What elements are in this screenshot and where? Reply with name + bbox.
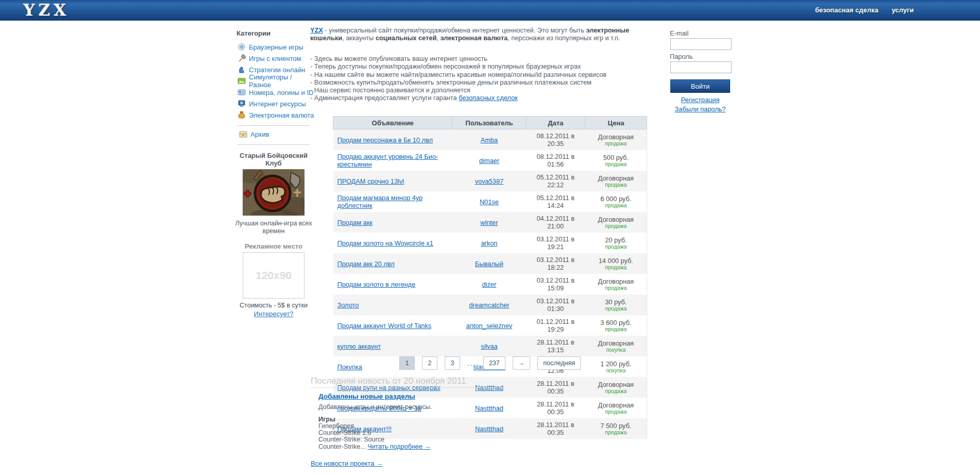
listing-deal-type: продажа bbox=[587, 388, 645, 394]
page-button-3[interactable]: 3 bbox=[445, 356, 460, 370]
email-field[interactable] bbox=[670, 38, 732, 50]
listing-user-link[interactable]: Бывалый bbox=[475, 260, 503, 268]
ad-slot-price: Стоимость - 5$ в сутки bbox=[231, 302, 316, 309]
sidebar-category-link[interactable]: Электронная валюта bbox=[249, 111, 314, 119]
page-button-2[interactable]: 2 bbox=[422, 356, 437, 370]
listing-deal-type: продажа bbox=[587, 305, 645, 312]
client-games-icon bbox=[238, 54, 246, 62]
listing-date: 05.12.2011 в 14:24 bbox=[526, 191, 585, 212]
ad-slot-interested-link[interactable]: Интересует? bbox=[254, 310, 294, 318]
page-button-1[interactable]: 1 bbox=[399, 356, 415, 370]
page-button-far[interactable]: 237 bbox=[483, 356, 505, 370]
sidebar-category-link[interactable]: Интернет ресурсы bbox=[249, 100, 306, 108]
listing-title-link[interactable]: Продам персонажа в Бк 10 лвл bbox=[337, 136, 433, 144]
all-news-link[interactable]: Все новости проекта → bbox=[311, 460, 383, 467]
listing-title-link[interactable]: куплю аккаунт bbox=[337, 342, 381, 350]
listing-title-link[interactable]: Продам акк bbox=[337, 219, 373, 226]
read-more-link[interactable]: Читать подробнее → bbox=[367, 443, 431, 450]
news-games-label: Игры bbox=[318, 416, 335, 423]
listing-date: 03.12.2011 в 15:09 bbox=[526, 274, 585, 295]
listing-deal-type: продажа bbox=[587, 202, 645, 208]
listing-user-link[interactable]: dizer bbox=[482, 281, 497, 288]
nav-services-link[interactable]: услуги bbox=[892, 6, 914, 14]
col-header-title[interactable]: Объявление bbox=[333, 117, 452, 129]
listing-user-link[interactable]: N01se bbox=[480, 198, 499, 206]
listing-title-link[interactable]: Продам аккаунт World of Tanks bbox=[337, 322, 432, 330]
intro-text: , аккаунты bbox=[342, 34, 376, 42]
sidebar-item-archive[interactable]: Архив bbox=[239, 130, 269, 138]
news-divider bbox=[311, 387, 504, 388]
register-link[interactable]: Регистрация bbox=[681, 96, 720, 104]
sidebar-category-link[interactable]: Браузерные игры bbox=[249, 43, 303, 51]
news-item-title-link[interactable]: Добавлены новые разделы bbox=[318, 393, 415, 400]
listing-title-link[interactable]: Продаю аккаунт уровень 24 Био-крестьянин bbox=[337, 153, 438, 168]
feature-line-guarantor: - Администрация предоставляет услуги гар… bbox=[310, 94, 645, 102]
listing-date: 05.12.2011 в 22:12 bbox=[526, 171, 585, 191]
sidebar-category-link[interactable]: Симуляторы / Разное bbox=[249, 73, 315, 89]
listing-row: Продам аккwlnter04.12.2011 в 21:00Догово… bbox=[333, 212, 647, 233]
fist-club-banner[interactable] bbox=[243, 169, 305, 216]
forgot-password-link[interactable]: Забыли пароль? bbox=[675, 105, 726, 113]
intro-paragraph: YZX - универсальный сайт покупки/продажи… bbox=[310, 26, 640, 42]
safe-deals-link[interactable]: безопасных сделок bbox=[459, 94, 517, 102]
categories-list: Браузерные игрыИгры с клиентомСтратегии … bbox=[238, 41, 315, 121]
last-page-button[interactable]: последняя bbox=[537, 356, 581, 370]
listing-row: куплю аккаунтsilvaa28.11.2011 в 13:15Дог… bbox=[333, 336, 647, 356]
col-header-date[interactable]: Дата bbox=[526, 117, 585, 129]
listing-price: Договорная bbox=[587, 402, 645, 408]
listing-user-link[interactable]: Nasttthad bbox=[475, 404, 503, 412]
listing-user-link[interactable]: arkon bbox=[481, 239, 497, 247]
logins-id-icon bbox=[238, 88, 246, 96]
listing-title-link[interactable]: Золото bbox=[337, 301, 359, 309]
header-nav: безопасная сделка услуги bbox=[815, 6, 914, 14]
listing-deal-type: продажа bbox=[587, 326, 645, 332]
listing-title-link[interactable]: Продам магмара минор 4ур доблестник bbox=[337, 194, 423, 209]
browser-games-icon bbox=[238, 43, 246, 51]
listing-price: Договорная bbox=[587, 134, 645, 140]
email-label: E-mail bbox=[670, 29, 688, 37]
listing-date: 03.12.2011 в 18:22 bbox=[526, 253, 585, 274]
ad-slot-box: 120x90 bbox=[243, 252, 305, 299]
nav-safe-deal-link[interactable]: безопасная сделка bbox=[815, 6, 878, 14]
listing-date: 01.12.2011 в 19:29 bbox=[526, 315, 585, 336]
listing-user-link[interactable]: dimaer bbox=[479, 157, 499, 165]
listing-user-link[interactable]: vova5387 bbox=[475, 177, 504, 185]
intro-yzx-link[interactable]: YZX bbox=[310, 26, 323, 34]
listing-date: 28.11.2011 в 00:35 bbox=[526, 398, 585, 418]
col-header-user[interactable]: Пользователь bbox=[452, 117, 526, 129]
listing-price: Договорная bbox=[587, 175, 645, 182]
listing-title-link[interactable]: ПРОДАМ срочно 13lvl bbox=[337, 177, 404, 185]
sidebar-category-link[interactable]: Игры с клиентом bbox=[249, 55, 301, 62]
listing-user-link[interactable]: silvaa bbox=[481, 342, 498, 350]
listing-user-link[interactable]: anton_seleznev bbox=[466, 322, 513, 330]
listing-date: 28.11.2011 в 00:35 bbox=[526, 418, 585, 439]
listing-date: 28.11.2011 в 13:15 bbox=[526, 336, 585, 356]
listing-user-link[interactable]: Amba bbox=[481, 136, 498, 144]
feature-line: - Возможность купить/продать/обменять эл… bbox=[310, 78, 645, 86]
listing-user-link[interactable]: Nasttthad bbox=[475, 425, 503, 433]
listing-deal-type: продажа bbox=[587, 264, 645, 270]
feature-line: - Теперь доступны покупки/продажи/обмен … bbox=[310, 62, 645, 70]
pagination-ellipsis: ... bbox=[467, 359, 476, 367]
password-field[interactable] bbox=[670, 61, 732, 73]
listing-deal-type: продажа bbox=[587, 223, 645, 229]
listing-date: 08.12.2011 в 20:35 bbox=[526, 129, 585, 151]
listing-user-link[interactable]: wlnter bbox=[480, 219, 498, 226]
listing-deal-type: продажа bbox=[587, 140, 645, 146]
news-section-title: Последняя новость от 20 ноября 2011 bbox=[311, 376, 466, 386]
listing-deal-type: продажа bbox=[587, 182, 645, 188]
listing-row: Продаю аккаунт уровень 24 Био-крестьянин… bbox=[333, 150, 647, 171]
simulators-icon bbox=[238, 77, 246, 85]
listing-user-link[interactable]: dreamcatcher bbox=[469, 301, 509, 309]
listing-date: 08.12.2011 в 01:56 bbox=[526, 150, 585, 171]
login-button[interactable]: Войти bbox=[670, 79, 730, 93]
next-page-button[interactable]: → bbox=[513, 356, 531, 370]
site-logo[interactable]: YZX bbox=[23, 1, 70, 19]
listing-title-link[interactable]: Продам золото на Wowcircle x1 bbox=[337, 239, 433, 247]
listing-title-link[interactable]: Продам акк 20 лвл bbox=[337, 260, 395, 268]
sidebar-category-link[interactable]: Номера, логины и ID bbox=[249, 89, 313, 96]
listing-price: 3 600 руб. bbox=[587, 319, 645, 326]
sidebar-category-link[interactable]: Стратегии онлайн bbox=[249, 66, 305, 74]
col-header-price[interactable]: Цена bbox=[585, 117, 647, 129]
listing-title-link[interactable]: Продам золото в легенде bbox=[337, 281, 416, 288]
